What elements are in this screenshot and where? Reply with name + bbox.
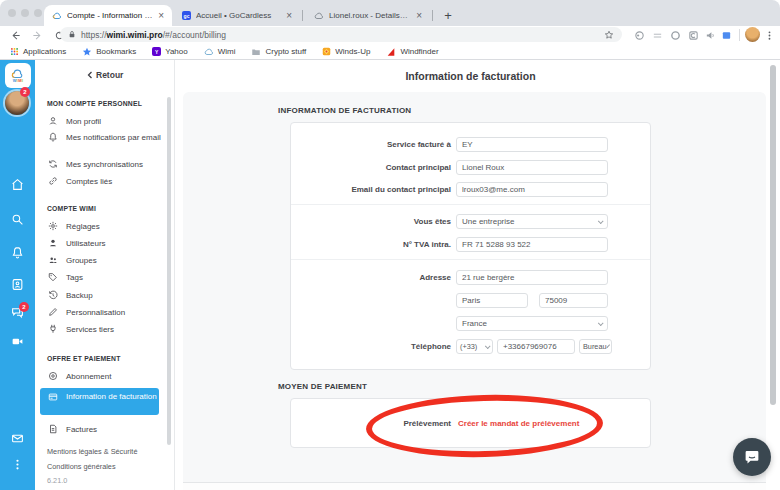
tab-close-icon[interactable]: × <box>416 11 422 21</box>
terms-link[interactable]: Conditions générales <box>47 462 116 471</box>
page-title: Information de facturation <box>175 70 766 82</box>
extension-icon-1[interactable] <box>632 28 646 42</box>
back-link[interactable]: Retour <box>87 70 123 80</box>
profile-avatar[interactable] <box>745 27 760 42</box>
sidebar-item-mon-profil[interactable]: Mon profil <box>48 116 168 126</box>
user-icon <box>48 238 58 248</box>
phone-input[interactable] <box>497 339 575 354</box>
address-bar[interactable]: https://wimi.wimi.pro/#/account/billing <box>60 27 622 42</box>
history-icon <box>48 290 58 300</box>
extension-icon-5[interactable] <box>703 28 717 42</box>
window-zoom-button[interactable] <box>34 9 42 17</box>
tab-title: Lionel.roux - Details?id=48 <box>329 11 411 20</box>
phone-type-select[interactable]: Bureau <box>579 339 612 354</box>
mail-icon[interactable] <box>11 432 24 445</box>
zip-input[interactable] <box>539 293 608 308</box>
tab-title: Compte - Information de factu <box>67 11 153 20</box>
forward-button[interactable] <box>30 28 44 42</box>
city-input[interactable] <box>456 293 528 308</box>
apps-grid-icon <box>10 47 19 56</box>
bookmark-wimi[interactable]: Wimi <box>204 47 236 57</box>
bookmark-yahoo[interactable]: Y Yahoo <box>152 47 188 56</box>
chrome-menu-icon[interactable] <box>762 28 776 42</box>
tab-close-icon[interactable]: × <box>286 11 292 21</box>
billing-panel: INFORMATION DE FACTURATION Service factu… <box>183 92 766 490</box>
bookmark-star-icon[interactable] <box>604 30 614 40</box>
sidebar-item-comptes-lies[interactable]: Comptes liés <box>48 176 168 186</box>
form-row-country: France <box>291 316 650 331</box>
tab-billing[interactable]: Compte - Information de factu × <box>44 5 172 26</box>
more-options-icon[interactable] <box>11 458 24 471</box>
bookmark-windfinder[interactable]: Windfinder <box>386 47 438 57</box>
extension-icon-2[interactable] <box>650 28 664 42</box>
bookmark-applications[interactable]: Applications <box>10 47 66 56</box>
support-chat-button[interactable] <box>733 438 771 476</box>
bookmark-crypto-stuff[interactable]: Crypto stuff <box>251 47 306 57</box>
service-input[interactable] <box>456 137 608 152</box>
window-close-button[interactable] <box>8 9 16 17</box>
sidebar-scrollbar[interactable] <box>167 97 171 445</box>
settings-sidebar: Retour MON COMPTE PERSONNEL Mon profil M… <box>35 60 175 490</box>
billing-form-card: Service facturé à Contact principal Emai… <box>290 122 651 370</box>
sidebar-item-factures[interactable]: Factures <box>48 424 168 434</box>
extension-icon-6[interactable] <box>719 28 733 42</box>
extension-icon-3[interactable] <box>668 28 682 42</box>
home-icon[interactable] <box>11 178 24 191</box>
sidebar-item-tags[interactable]: Tags <box>48 272 168 282</box>
winds-up-icon <box>322 47 331 56</box>
section-title-personal: MON COMPTE PERSONNEL <box>47 100 142 107</box>
tab-close-icon[interactable]: × <box>158 11 164 21</box>
notifications-bell-icon[interactable] <box>11 246 24 259</box>
chevron-down-icon <box>598 320 604 326</box>
country-select[interactable]: France <box>456 316 608 331</box>
window-minimize-button[interactable] <box>21 9 29 17</box>
sidebar-item-abonnement[interactable]: Abonnement <box>48 371 168 381</box>
page-scrollbar[interactable] <box>770 65 776 405</box>
back-button[interactable] <box>8 28 22 42</box>
toolbar: https://wimi.wimi.pro/#/account/billing <box>0 26 780 44</box>
sidebar-item-groupes[interactable]: Groupes <box>48 255 168 265</box>
form-separator <box>291 259 650 260</box>
star-icon <box>82 47 92 57</box>
video-call-icon[interactable] <box>11 335 24 348</box>
contact-input[interactable] <box>456 160 608 175</box>
chat-notification-badge: 2 <box>19 302 29 312</box>
tab-separator <box>432 10 433 21</box>
bookmark-winds-up[interactable]: Winds-Up <box>322 47 370 56</box>
wimi-logo[interactable]: WIMI <box>5 63 31 88</box>
sidebar-item-backup[interactable]: Backup <box>48 290 168 300</box>
sidebar-item-services-tiers[interactable]: Services tiers <box>48 324 168 334</box>
new-tab-button[interactable]: + <box>438 5 458 25</box>
sidebar-item-notifications-email[interactable]: Mes notifications par email <box>48 132 168 142</box>
field-label: Email du contact principal <box>301 182 451 197</box>
invoice-icon <box>48 424 58 434</box>
sidebar-item-synchronisations[interactable]: Mes synchronisations <box>48 159 168 169</box>
bookmark-bookmarks[interactable]: Bookmarks <box>82 47 136 57</box>
extension-icon-4[interactable] <box>686 28 700 42</box>
cloud-icon <box>204 47 214 57</box>
tag-icon <box>48 272 58 282</box>
users-group-icon <box>48 255 58 265</box>
sidebar-item-information-facturation[interactable]: Information de facturation <box>40 388 159 415</box>
legal-link[interactable]: Mentions légales & Sécurité <box>47 447 137 456</box>
chat-bubble-icon <box>743 448 761 466</box>
contacts-icon[interactable] <box>11 278 24 291</box>
sidebar-item-personnalisation[interactable]: Personnalisation <box>48 307 168 317</box>
vat-input[interactable] <box>456 237 608 252</box>
address-input[interactable] <box>456 270 608 285</box>
cloud-favicon <box>314 11 324 21</box>
tab-gocardless[interactable]: gc Accueil • GoCardless × <box>174 5 300 26</box>
avatar-notification-badge: 2 <box>20 87 30 97</box>
company-type-select[interactable]: Une entreprise <box>456 214 608 229</box>
email-input[interactable] <box>456 182 608 197</box>
yahoo-icon: Y <box>152 47 161 56</box>
tab-lionel-details[interactable]: Lionel.roux - Details?id=48 × <box>306 5 430 26</box>
sidebar-item-reglages[interactable]: Réglages <box>48 221 168 231</box>
form-row-contact: Contact principal <box>291 160 650 175</box>
phone-prefix-select[interactable]: (+33) <box>456 339 493 354</box>
field-label: N° TVA intra. <box>301 237 451 252</box>
form-row-vat: N° TVA intra. <box>291 237 650 252</box>
sidebar-item-utilisateurs[interactable]: Utilisateurs <box>48 238 168 248</box>
toolbar-divider <box>739 29 740 41</box>
search-icon[interactable] <box>11 213 24 226</box>
